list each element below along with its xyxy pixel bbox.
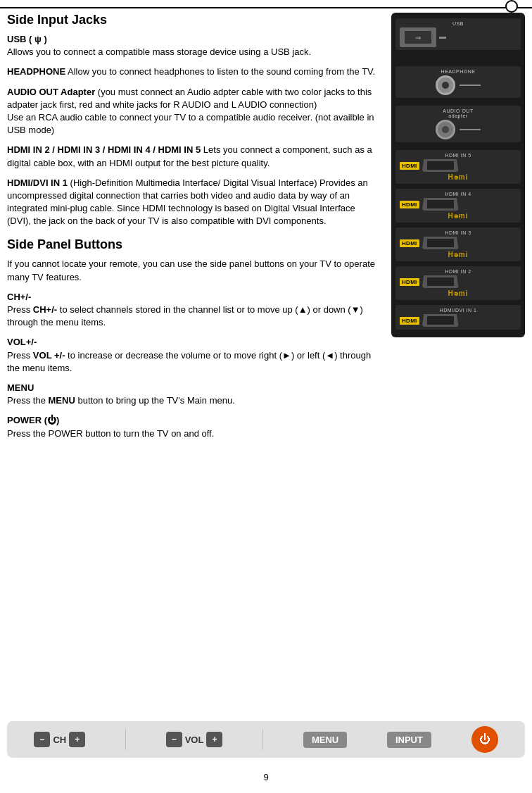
- ch-block: CH+/- Press CH+/- to select channels sto…: [7, 291, 377, 330]
- hdmi5-badge: HDMI: [400, 162, 419, 170]
- ch-description: Press CH+/- to select channels stored in…: [7, 304, 363, 327]
- audio-out-port-row: [400, 120, 517, 139]
- usb-block: USB ( ψ ) Allows you to connect a compat…: [7, 33, 377, 58]
- usb-heading: USB ( ψ ): [7, 34, 47, 44]
- ch-label: CH: [53, 735, 66, 745]
- hdmi5-connector-inner: [427, 161, 454, 170]
- hdmi5-port-group: HDMI IN 5 HDMI Həmi: [395, 150, 521, 184]
- hdmi4-port-group: HDMI IN 4 HDMI Həmi: [395, 189, 521, 223]
- usb-symbol-icon: ⇒: [415, 34, 421, 42]
- hdmi3-port-label: HDMI IN 3: [445, 230, 471, 235]
- hdmi2-badge: HDMI: [400, 278, 419, 286]
- vol-heading: VOL+/-: [7, 337, 37, 347]
- menu-button[interactable]: MENU: [303, 732, 347, 748]
- hdmi-in-heading: HDMI IN 2 / HDMI IN 3 / HDMI IN 4 / HDMI…: [7, 144, 201, 155]
- audio-out-port-label: AUDIO OUTadapter: [443, 108, 473, 118]
- hdmi-dvi1-port-group: HDMI/DVI IN 1 HDMI: [395, 305, 521, 330]
- usb-connector: ⇒: [400, 27, 436, 47]
- usb-port-row: ⇒: [400, 27, 517, 47]
- hdmi3-port-row: HDMI: [400, 237, 517, 249]
- headphone-port-group: HEADPHONE: [395, 66, 521, 98]
- top-circle-decoration: [505, 0, 518, 13]
- audio-out-block: AUDIO OUT Adapter (you must connect an A…: [7, 86, 377, 137]
- hdmi4-port-row: HDMI: [400, 198, 517, 211]
- hdmi3-badge: HDMI: [400, 239, 419, 247]
- menu-description: Press the MENU button to bring up the TV…: [7, 395, 235, 406]
- hdmi-dvi1-connector-inner: [427, 316, 454, 325]
- audio-out-jack-inner: [442, 126, 449, 133]
- ch-heading: CH+/-: [7, 292, 31, 302]
- usb-port-group: USB ⇒: [395, 18, 521, 50]
- hdmi2-port-label: HDMI IN 2: [445, 269, 471, 274]
- audio-out-jack-icon: [436, 120, 455, 139]
- hdmi3-logo: Həmi: [448, 251, 469, 258]
- ch-control-group: − CH +: [34, 732, 85, 747]
- ch-minus-button[interactable]: −: [34, 732, 50, 747]
- hdmi2-logo: Həmi: [448, 289, 469, 297]
- power-block: POWER (⏻) Press the POWER button to turn…: [7, 414, 377, 439]
- hdmi5-port-label: HDMI IN 5: [445, 153, 471, 158]
- power-icon: ⏻: [479, 733, 490, 746]
- page-number: 9: [263, 772, 268, 782]
- power-description: Press the POWER button to turn the TV on…: [7, 428, 214, 439]
- top-divider: [0, 7, 532, 8]
- ctrl-separator-1: [125, 729, 126, 750]
- vol-plus-button[interactable]: +: [206, 732, 222, 747]
- hdmi2-port-row: HDMI: [400, 275, 517, 288]
- headphone-port-label: HEADPHONE: [441, 69, 476, 74]
- headphone-port-row: [400, 75, 517, 95]
- tv-side-panel: USB ⇒ HEADPHONE: [384, 13, 525, 447]
- hdmi2-connector: [422, 275, 459, 288]
- headphone-cable-stub: [460, 85, 481, 86]
- side-input-jacks-title: Side Input Jacks: [7, 13, 377, 27]
- hdmi5-port-row: HDMI: [400, 159, 517, 172]
- vol-control-group: − VOL +: [166, 732, 223, 747]
- side-panel-buttons-title: Side Panel Buttons: [7, 237, 377, 252]
- headphone-heading: HEADPHONE: [7, 66, 65, 77]
- left-content: Side Input Jacks USB ( ψ ) Allows you to…: [7, 13, 384, 447]
- power-button[interactable]: ⏻: [471, 726, 498, 753]
- input-button[interactable]: INPUT: [387, 732, 431, 748]
- hdmi4-logo: Həmi: [448, 212, 469, 220]
- usb-cable-stub: [439, 37, 446, 39]
- hdmi4-connector-inner: [427, 200, 454, 208]
- usb-description: Allows you to connect a compatible mass …: [7, 46, 311, 57]
- hdmi-dvi1-badge: HDMI: [400, 317, 419, 325]
- menu-block: MENU Press the MENU button to bring up t…: [7, 382, 377, 407]
- hdmi5-logo: Həmi: [448, 173, 469, 181]
- vol-minus-button[interactable]: −: [166, 732, 182, 747]
- hdmi-dvi1-port-row: HDMI: [400, 314, 517, 327]
- hdmi3-connector: [422, 237, 459, 249]
- hdmi3-connector-inner: [427, 239, 454, 247]
- controls-bar: − CH + − VOL + MENU INPUT ⏻: [7, 721, 525, 758]
- side-panel-intro: If you cannot locate your remote, you ca…: [7, 258, 377, 283]
- hdmi4-port-label: HDMI IN 4: [445, 192, 471, 196]
- vol-description: Press VOL +/- to increase or decrease th…: [7, 350, 371, 373]
- hdmi2-port-group: HDMI IN 2 HDMI Həmi: [395, 266, 521, 300]
- ch-plus-button[interactable]: +: [69, 732, 85, 747]
- vol-label: VOL: [185, 735, 204, 745]
- menu-heading: MENU: [7, 382, 34, 393]
- hdmi3-port-group: HDMI IN 3 HDMI Həmi: [395, 227, 521, 261]
- hdmi4-badge: HDMI: [400, 201, 419, 208]
- power-heading: POWER (⏻): [7, 415, 59, 425]
- hdmi4-connector: [422, 198, 459, 211]
- tv-ports-illustration: USB ⇒ HEADPHONE: [391, 13, 525, 337]
- hdmi-dvi1-connector: [422, 314, 459, 327]
- headphone-description: Allow you to connect headphones to liste…: [65, 66, 375, 77]
- hdmi5-connector: [422, 159, 459, 172]
- hdmi-dvi1-port-label: HDMI/DVI IN 1: [440, 308, 477, 313]
- hdmi2-connector-inner: [427, 277, 454, 286]
- usb-port-label: USB: [452, 21, 464, 26]
- hdmi-dvi-block: HDMI/DVI IN 1 (High-Definition Multimedi…: [7, 177, 377, 228]
- audio-out-heading: AUDIO OUT Adapter: [7, 87, 95, 97]
- ctrl-separator-2: [262, 729, 263, 750]
- audio-out-cable-stub: [460, 129, 481, 130]
- headphone-jack-inner: [442, 82, 449, 89]
- vol-block: VOL+/- Press VOL +/- to increase or decr…: [7, 336, 377, 375]
- headphone-block: HEADPHONE Allow you to connect headphone…: [7, 65, 377, 78]
- audio-out-port-group: AUDIO OUTadapter: [395, 106, 521, 142]
- hdmi-in-block: HDMI IN 2 / HDMI IN 3 / HDMI IN 4 / HDMI…: [7, 144, 377, 169]
- hdmi-dvi-heading: HDMI/DVI IN 1: [7, 177, 68, 188]
- headphone-jack-icon: [436, 75, 455, 95]
